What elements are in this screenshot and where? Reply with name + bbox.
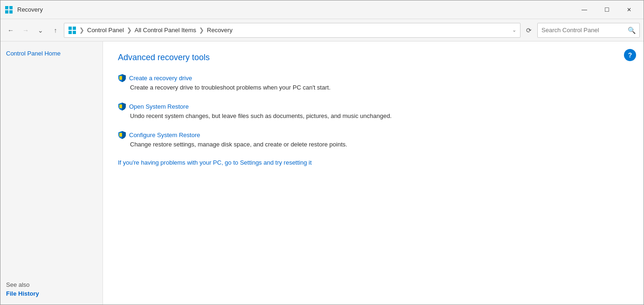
address-bar-chevron[interactable]: ⌄	[512, 27, 516, 33]
section-title: Advanced recovery tools	[118, 53, 629, 62]
svg-rect-10	[119, 76, 122, 80]
sidebar-item-control-panel-home[interactable]: Control Panel Home	[6, 49, 97, 58]
sidebar-nav: Control Panel Home	[6, 49, 97, 58]
create-recovery-drive-link[interactable]: Create a recovery drive	[118, 74, 629, 82]
breadcrumb-icon	[68, 26, 76, 35]
svg-rect-7	[69, 31, 72, 34]
reset-settings-link[interactable]: If you're having problems with your PC, …	[118, 159, 629, 166]
open-system-restore-desc: Undo recent system changes, but leave fi…	[130, 112, 629, 119]
search-input[interactable]	[541, 27, 626, 34]
up-button[interactable]: ↑	[49, 24, 62, 37]
configure-system-restore-link[interactable]: Configure System Restore	[118, 131, 629, 139]
sidebar: Control Panel Home See also File History	[0, 42, 103, 305]
shield-icon-1	[118, 74, 126, 82]
close-button[interactable]: ✕	[618, 2, 640, 17]
configure-system-restore-label: Configure System Restore	[129, 132, 200, 139]
open-system-restore-link[interactable]: Open System Restore	[118, 102, 629, 111]
window-icon	[4, 5, 14, 14]
tool-item-configure-restore: Configure System Restore Change restore …	[118, 131, 629, 148]
main: Control Panel Home See also File History…	[0, 42, 644, 305]
help-button[interactable]: ?	[624, 49, 636, 61]
title-bar: Recovery — ☐ ✕	[0, 0, 644, 19]
see-also-label: See also	[6, 281, 97, 288]
breadcrumb-all-items: All Control Panel Items	[135, 27, 196, 34]
svg-rect-8	[73, 31, 76, 34]
window: Recovery — ☐ ✕ ← → ⌄ ↑ ❯ Control Panel ❯	[0, 0, 644, 305]
dropdown-button[interactable]: ⌄	[34, 24, 47, 37]
svg-rect-12	[119, 104, 122, 108]
maximize-button[interactable]: ☐	[596, 2, 617, 17]
address-bar[interactable]: ❯ Control Panel ❯ All Control Panel Item…	[64, 23, 521, 38]
open-system-restore-label: Open System Restore	[129, 103, 189, 110]
svg-rect-3	[9, 10, 13, 14]
configure-system-restore-desc: Change restore settings, manage disk spa…	[130, 141, 629, 148]
back-button[interactable]: ←	[4, 24, 17, 37]
breadcrumb-recovery: Recovery	[207, 27, 233, 34]
breadcrumb-control-panel: Control Panel	[87, 27, 124, 34]
svg-rect-2	[5, 10, 8, 14]
svg-rect-1	[9, 6, 13, 9]
search-icon: 🔍	[628, 27, 636, 34]
create-recovery-drive-desc: Create a recovery drive to troubleshoot …	[130, 84, 629, 91]
content-area: ? Advanced recovery tools Create a recov…	[103, 42, 644, 305]
svg-rect-0	[5, 6, 8, 9]
tool-item-recovery-drive: Create a recovery drive Create a recover…	[118, 74, 629, 91]
forward-button[interactable]: →	[19, 24, 32, 37]
see-also-section: See also File History	[6, 281, 97, 297]
tool-item-system-restore: Open System Restore Undo recent system c…	[118, 102, 629, 119]
window-controls: — ☐ ✕	[574, 2, 640, 17]
shield-icon-2	[118, 102, 126, 111]
file-history-link[interactable]: File History	[6, 290, 97, 297]
svg-rect-5	[69, 27, 72, 30]
toolbar: ← → ⌄ ↑ ❯ Control Panel ❯ All Control Pa…	[0, 19, 644, 42]
svg-rect-6	[73, 27, 76, 30]
refresh-button[interactable]: ⟳	[522, 24, 535, 37]
svg-rect-14	[119, 133, 122, 137]
minimize-button[interactable]: —	[574, 2, 595, 17]
window-title: Recovery	[17, 6, 574, 13]
search-box[interactable]: 🔍	[537, 23, 640, 38]
create-recovery-drive-label: Create a recovery drive	[129, 75, 192, 82]
shield-icon-3	[118, 131, 126, 139]
